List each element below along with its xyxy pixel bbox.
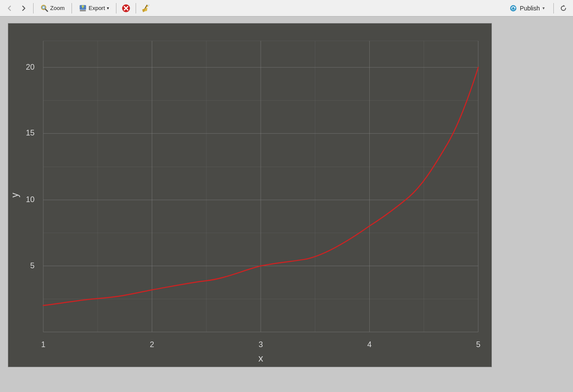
- svg-point-14: [510, 5, 516, 11]
- svg-text:5: 5: [30, 261, 34, 270]
- svg-line-2: [45, 9, 48, 11]
- separator-4: [136, 3, 136, 14]
- chart-svg: 20 15 10 5 y 1 2 3 4 5 x: [8, 24, 491, 367]
- svg-text:3: 3: [259, 340, 263, 349]
- export-button[interactable]: Export ▾: [75, 3, 113, 14]
- zoom-icon: [41, 4, 48, 12]
- clear-button[interactable]: ✦ ✦: [140, 2, 152, 14]
- svg-text:15: 15: [26, 128, 34, 137]
- export-label: Export: [89, 5, 105, 11]
- back-button[interactable]: [3, 2, 16, 14]
- separator-1: [33, 3, 34, 14]
- svg-text:2: 2: [150, 340, 154, 349]
- refresh-button[interactable]: [557, 2, 570, 14]
- broom-icon: ✦ ✦: [141, 3, 150, 13]
- svg-text:10: 10: [26, 195, 34, 204]
- stop-button[interactable]: [120, 2, 132, 14]
- main-area: 20 15 10 5 y 1 2 3 4 5 x: [0, 17, 573, 392]
- svg-rect-5: [80, 10, 86, 11]
- svg-text:1: 1: [41, 340, 45, 349]
- svg-text:5: 5: [476, 340, 481, 349]
- separator-2: [72, 3, 72, 14]
- publish-button[interactable]: Publish ▾: [504, 3, 550, 14]
- svg-marker-16: [563, 5, 565, 7]
- separator-3: [116, 3, 116, 14]
- toolbar-right: Publish ▾: [504, 2, 570, 14]
- publish-dropdown-icon: ▾: [542, 6, 545, 10]
- toolbar: Zoom Export ▾ ✦ ✦: [0, 0, 573, 17]
- svg-marker-10: [142, 8, 145, 12]
- right-area: [492, 21, 569, 388]
- separator-5: [553, 3, 554, 14]
- svg-point-1: [42, 6, 45, 9]
- refresh-icon: [559, 4, 568, 13]
- publish-label: Publish: [520, 5, 540, 12]
- svg-rect-17: [8, 24, 491, 367]
- svg-text:x: x: [258, 353, 263, 364]
- left-strip: [0, 21, 8, 388]
- export-icon: [79, 4, 87, 12]
- zoom-button[interactable]: Zoom: [37, 3, 68, 14]
- zoom-label: Zoom: [50, 5, 65, 11]
- svg-text:20: 20: [26, 63, 34, 71]
- stop-icon: [122, 4, 130, 13]
- export-dropdown-icon: ▾: [107, 6, 109, 10]
- svg-text:y: y: [9, 193, 20, 197]
- svg-text:✦: ✦: [148, 4, 150, 7]
- publish-icon: [509, 4, 517, 12]
- chart-container[interactable]: 20 15 10 5 y 1 2 3 4 5 x: [8, 23, 492, 367]
- svg-text:4: 4: [367, 340, 372, 349]
- forward-button[interactable]: [17, 2, 30, 14]
